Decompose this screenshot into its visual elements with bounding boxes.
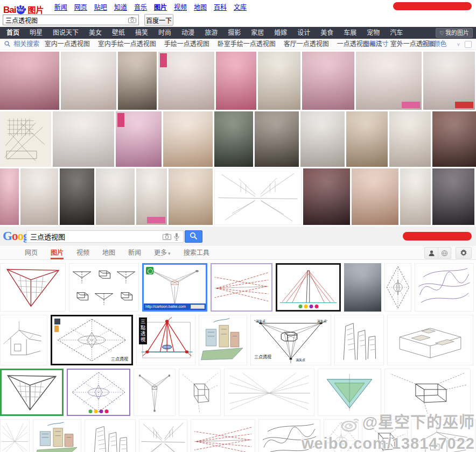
image-result-photo[interactable] bbox=[169, 168, 213, 225]
related-link[interactable]: 室内一点透视图 bbox=[45, 40, 90, 48]
category-明星[interactable]: 明星 bbox=[30, 29, 43, 37]
tab-视频[interactable]: 视频 bbox=[76, 246, 89, 259]
image-result-drawing[interactable] bbox=[324, 419, 359, 452]
view-toggle-icon[interactable] bbox=[465, 41, 472, 48]
my-pictures-button[interactable]: ♡我的图片 bbox=[436, 28, 473, 38]
image-result-drawing[interactable] bbox=[318, 369, 381, 416]
image-result-photo[interactable] bbox=[163, 111, 213, 167]
category-美食[interactable]: 美食 bbox=[320, 29, 333, 37]
microphone-icon[interactable] bbox=[173, 232, 180, 243]
category-美女[interactable]: 美女 bbox=[89, 29, 102, 37]
image-result-photo[interactable] bbox=[116, 111, 162, 167]
image-result-drawing[interactable] bbox=[387, 315, 473, 365]
related-link[interactable]: 卧室手绘一点透视图 bbox=[218, 40, 276, 48]
baidu-top-nav-文库[interactable]: 文库 bbox=[234, 4, 247, 11]
image-result-photo[interactable] bbox=[118, 52, 157, 110]
image-result-drawing[interactable] bbox=[179, 369, 221, 416]
image-result-photo[interactable] bbox=[423, 52, 475, 110]
image-result-drawing[interactable] bbox=[276, 263, 341, 312]
image-result-photo[interactable] bbox=[0, 168, 19, 225]
tab-更多[interactable]: 更多▾ bbox=[154, 246, 171, 259]
image-result-photo[interactable] bbox=[356, 52, 422, 110]
image-result-drawing[interactable] bbox=[411, 419, 475, 452]
baidu-top-nav-新闻[interactable]: 新闻 bbox=[54, 4, 67, 11]
image-result-photo[interactable] bbox=[136, 168, 167, 225]
image-result-drawing[interactable] bbox=[224, 369, 314, 416]
camera-icon[interactable] bbox=[163, 233, 171, 242]
gear-icon[interactable] bbox=[456, 247, 472, 259]
baidu-top-nav-贴吧[interactable]: 贴吧 bbox=[94, 4, 107, 11]
image-result-drawing[interactable] bbox=[384, 263, 411, 312]
image-result-drawing[interactable] bbox=[334, 315, 384, 365]
image-result-photo[interactable] bbox=[61, 52, 116, 110]
tab-新闻[interactable]: 新闻 bbox=[128, 246, 141, 259]
baidu-top-nav-音乐[interactable]: 音乐 bbox=[134, 4, 147, 11]
google-search-button[interactable] bbox=[185, 230, 202, 243]
category-摄影[interactable]: 摄影 bbox=[228, 29, 241, 37]
category-宠物[interactable]: 宠物 bbox=[367, 29, 380, 37]
image-result-photo[interactable] bbox=[300, 111, 345, 167]
image-result-drawing[interactable]: http://cartoon.baike.com bbox=[142, 263, 207, 312]
image-result-drawing[interactable] bbox=[33, 419, 81, 452]
baidu-top-nav-视频[interactable]: 视频 bbox=[174, 4, 187, 11]
category-时尚[interactable]: 时尚 bbox=[158, 29, 171, 37]
related-link[interactable]: 手绘一点透视图 bbox=[164, 40, 209, 48]
category-设计[interactable]: 设计 bbox=[297, 29, 310, 37]
tab-地图[interactable]: 地图 bbox=[102, 246, 115, 259]
category-壁纸[interactable]: 壁纸 bbox=[112, 29, 125, 37]
image-result-photo[interactable] bbox=[20, 168, 58, 225]
category-旅游[interactable]: 旅游 bbox=[205, 29, 218, 37]
tab-搜索工具[interactable]: 搜索工具 bbox=[184, 246, 209, 259]
category-图说天下[interactable]: 图说天下 bbox=[53, 29, 79, 37]
image-result-drawing[interactable] bbox=[85, 419, 136, 452]
image-result-drawing[interactable] bbox=[0, 419, 30, 452]
related-link[interactable]: 室内手绘一点透视图 bbox=[98, 40, 156, 48]
globe-button[interactable] bbox=[438, 248, 451, 258]
image-result-photo[interactable] bbox=[216, 52, 256, 110]
camera-icon[interactable] bbox=[128, 17, 136, 25]
image-result-photo[interactable] bbox=[346, 111, 388, 167]
baidu-top-nav-网页[interactable]: 网页 bbox=[74, 4, 87, 11]
image-result-photo[interactable] bbox=[158, 52, 214, 110]
image-result-drawing[interactable] bbox=[214, 168, 302, 225]
category-家居[interactable]: 家居 bbox=[251, 29, 264, 37]
category-车展[interactable]: 车展 bbox=[344, 29, 356, 37]
image-result-photo[interactable] bbox=[432, 111, 476, 167]
baidu-top-nav-地图[interactable]: 地图 bbox=[194, 4, 207, 11]
image-result-photo[interactable] bbox=[400, 168, 431, 225]
baidu-top-nav-百科[interactable]: 百科 bbox=[214, 4, 227, 11]
image-result-drawing[interactable]: 三點透視 bbox=[136, 315, 195, 365]
image-result-drawing[interactable] bbox=[0, 315, 47, 365]
image-result-photo[interactable] bbox=[303, 168, 350, 225]
tab-图片[interactable]: 图片 bbox=[51, 246, 64, 259]
image-result-photo[interactable] bbox=[344, 263, 381, 312]
image-result-drawing[interactable] bbox=[362, 419, 408, 452]
baidu-top-nav-图片[interactable]: 图片 bbox=[154, 4, 167, 11]
baidu-top-nav-知道[interactable]: 知道 bbox=[114, 4, 127, 11]
category-动漫[interactable]: 动漫 bbox=[181, 29, 194, 37]
image-result-drawing[interactable] bbox=[139, 419, 187, 452]
profile-button[interactable] bbox=[425, 248, 438, 258]
image-result-drawing[interactable] bbox=[67, 369, 130, 416]
image-result-drawing[interactable] bbox=[384, 369, 471, 416]
image-result-drawing[interactable] bbox=[211, 263, 272, 312]
category-首页[interactable]: 首页 bbox=[6, 29, 19, 37]
image-result-drawing[interactable] bbox=[69, 263, 139, 312]
image-result-photo[interactable] bbox=[214, 111, 253, 167]
image-result-drawing[interactable] bbox=[0, 111, 51, 167]
color-filter-dropdown[interactable]: 全部颜色 ˅ bbox=[412, 40, 460, 48]
category-汽车[interactable]: 汽车 bbox=[390, 29, 403, 37]
image-result-photo[interactable] bbox=[258, 52, 300, 110]
baidu-search-button[interactable]: 百度一下 bbox=[144, 14, 173, 26]
image-result-photo[interactable] bbox=[255, 111, 299, 167]
tab-网页[interactable]: 网页 bbox=[25, 246, 38, 259]
image-result-drawing[interactable] bbox=[258, 419, 320, 452]
image-result-drawing[interactable] bbox=[191, 419, 255, 452]
image-result-drawing[interactable] bbox=[0, 369, 64, 416]
image-result-photo[interactable] bbox=[53, 111, 114, 167]
image-result-photo[interactable] bbox=[96, 168, 135, 225]
image-result-photo[interactable] bbox=[302, 52, 354, 110]
image-result-drawing[interactable]: 三点透视消失点消失点消失点 bbox=[250, 315, 331, 365]
google-search-input[interactable] bbox=[27, 231, 160, 242]
size-filter-dropdown[interactable]: 全部尺寸 ˅ bbox=[354, 40, 402, 48]
